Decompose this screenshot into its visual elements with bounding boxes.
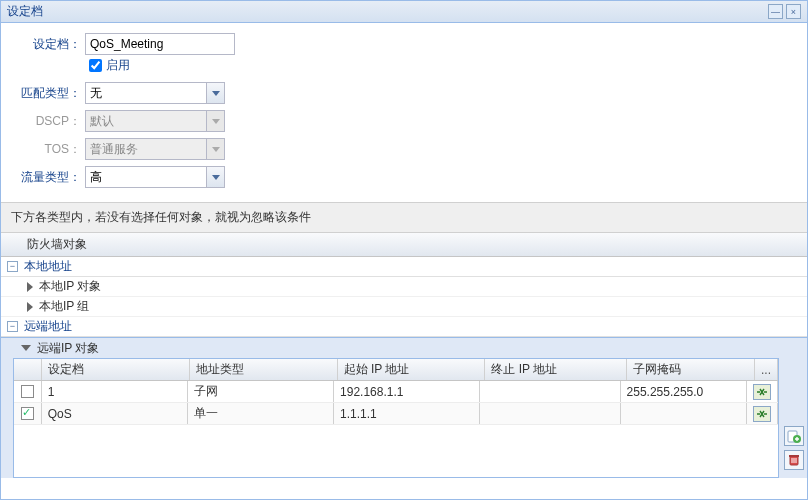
- cell-mask: [621, 403, 747, 424]
- triangle-right-icon: [27, 302, 33, 312]
- delete-button[interactable]: [784, 450, 804, 470]
- form-panel: 设定档： 启用 匹配类型： DSCP： TOS： 流量类型：: [1, 23, 807, 202]
- remote-ip-table: 设定档 地址类型 起始 IP 地址 终止 IP 地址 子网掩码 ... 1 子网…: [13, 358, 779, 478]
- match-type-label: 匹配类型：: [13, 85, 85, 102]
- traffic-type-select[interactable]: [85, 166, 225, 188]
- row-checkbox[interactable]: [21, 385, 34, 398]
- collapse-icon[interactable]: −: [7, 321, 18, 332]
- header-mask[interactable]: 子网掩码: [627, 359, 755, 380]
- triangle-right-icon: [27, 282, 33, 292]
- add-icon: [787, 429, 801, 443]
- remote-ip-object-panel: 远端IP 对象 设定档 地址类型 起始 IP 地址 终止 IP 地址 子网掩码 …: [1, 337, 807, 478]
- row-action-button[interactable]: [753, 384, 771, 400]
- header-end-ip[interactable]: 终止 IP 地址: [485, 359, 627, 380]
- cell-addr-type: 子网: [188, 381, 334, 402]
- dscp-label: DSCP：: [13, 113, 85, 130]
- remote-address-label: 远端地址: [24, 318, 72, 335]
- firewall-group-header: 防火墙对象: [1, 233, 807, 257]
- header-checkbox-col: [14, 359, 42, 380]
- remote-ip-object-label: 远端IP 对象: [37, 340, 99, 357]
- local-ip-object-label: 本地IP 对象: [39, 278, 101, 295]
- cell-end-ip: [480, 403, 620, 424]
- cell-end-ip: [480, 381, 620, 402]
- remote-address-section[interactable]: − 远端地址: [1, 317, 807, 337]
- table-row[interactable]: QoS 单一 1.1.1.1: [14, 403, 778, 425]
- traffic-type-label: 流量类型：: [13, 169, 85, 186]
- profile-label: 设定档：: [13, 36, 85, 53]
- enable-checkbox[interactable]: [89, 59, 102, 72]
- header-actions[interactable]: ...: [755, 359, 778, 380]
- local-ip-group-item[interactable]: 本地IP 组: [1, 297, 807, 317]
- local-address-section[interactable]: − 本地地址: [1, 257, 807, 277]
- svg-rect-3: [789, 455, 799, 457]
- row-action-button[interactable]: [753, 406, 771, 422]
- window-title: 设定档: [7, 3, 765, 20]
- local-ip-group-label: 本地IP 组: [39, 298, 89, 315]
- close-button[interactable]: ×: [786, 4, 801, 19]
- remote-ip-object-header[interactable]: 远端IP 对象: [1, 338, 807, 358]
- hint-text: 下方各类型内，若没有选择任何对象，就视为忽略该条件: [1, 202, 807, 233]
- cell-start-ip: 192.168.1.1: [334, 381, 480, 402]
- cell-profile: QoS: [42, 403, 188, 424]
- minimize-button[interactable]: —: [768, 4, 783, 19]
- dscp-select: [85, 110, 225, 132]
- header-start-ip[interactable]: 起始 IP 地址: [338, 359, 486, 380]
- side-button-group: [784, 426, 804, 470]
- cell-start-ip: 1.1.1.1: [334, 403, 480, 424]
- table-header-row: 设定档 地址类型 起始 IP 地址 终止 IP 地址 子网掩码 ...: [14, 359, 778, 381]
- tos-select: [85, 138, 225, 160]
- match-type-select[interactable]: [85, 82, 225, 104]
- cell-mask: 255.255.255.0: [621, 381, 747, 402]
- row-checkbox[interactable]: [21, 407, 34, 420]
- table-body: 1 子网 192.168.1.1 255.255.255.0 QoS 单一 1.…: [14, 381, 778, 425]
- add-button[interactable]: [784, 426, 804, 446]
- header-profile[interactable]: 设定档: [42, 359, 190, 380]
- delete-icon: [787, 453, 801, 467]
- triangle-down-icon: [21, 345, 31, 351]
- cell-profile: 1: [42, 381, 188, 402]
- enable-label: 启用: [106, 57, 130, 74]
- table-row[interactable]: 1 子网 192.168.1.1 255.255.255.0: [14, 381, 778, 403]
- cell-addr-type: 单一: [188, 403, 334, 424]
- collapse-icon[interactable]: −: [7, 261, 18, 272]
- local-address-label: 本地地址: [24, 258, 72, 275]
- profile-input[interactable]: [85, 33, 235, 55]
- header-addr-type[interactable]: 地址类型: [190, 359, 338, 380]
- tos-label: TOS：: [13, 141, 85, 158]
- window-title-bar: 设定档 — ×: [1, 1, 807, 23]
- local-ip-object-item[interactable]: 本地IP 对象: [1, 277, 807, 297]
